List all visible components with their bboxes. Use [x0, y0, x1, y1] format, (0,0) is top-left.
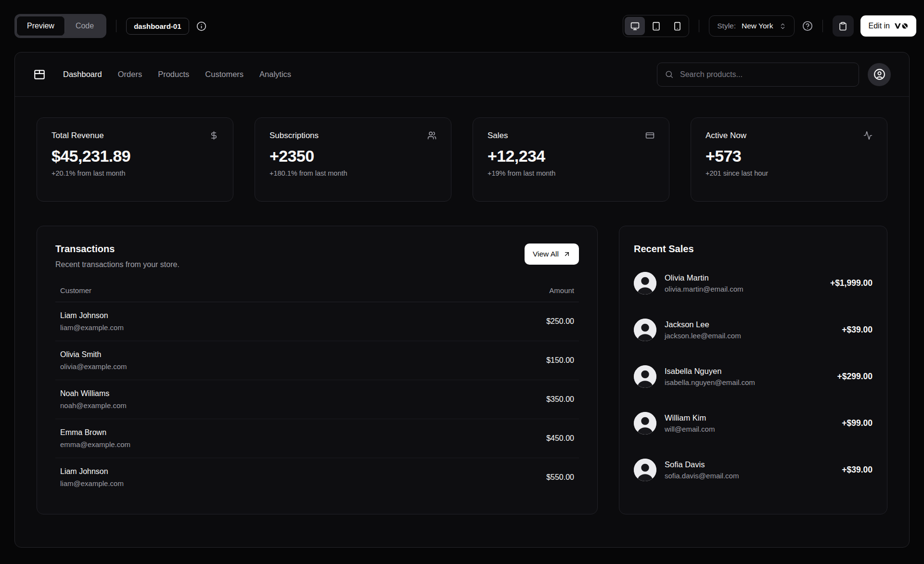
avatar [634, 272, 656, 295]
table-row: Liam Johnson liam@example.com $250.00 [55, 302, 579, 341]
avatar [634, 459, 656, 481]
sale-amount: +$39.00 [842, 465, 873, 475]
stat-cards: Total Revenue $45,231.89 +20.1% from las… [37, 117, 887, 202]
list-item: Jackson Lee jackson.lee@email.com +$39.0… [634, 319, 873, 341]
list-item: Isabella Nguyen isabella.nguyen@email.co… [634, 365, 873, 388]
sale-amount: +$299.00 [837, 372, 873, 382]
v0-logo [894, 23, 908, 29]
table-row: Olivia Smith olivia@example.com $150.00 [55, 341, 579, 380]
package-icon[interactable] [33, 68, 46, 81]
sale-amount: +$1,999.00 [830, 278, 873, 288]
edit-in-v0-button[interactable]: Edit in [860, 15, 916, 37]
bottom-row: Transactions Recent transactions from yo… [37, 226, 887, 514]
list-item: William Kim will@email.com +$99.00 [634, 412, 873, 435]
dollar-sign-icon [209, 131, 218, 140]
customer-email: olivia@example.com [60, 362, 127, 371]
transaction-amount: $350.00 [546, 395, 574, 404]
smartphone-toggle[interactable] [667, 17, 687, 35]
view-all-button[interactable]: View All [525, 244, 579, 265]
monitor-toggle[interactable] [625, 17, 645, 35]
stat-title: Subscriptions [270, 131, 319, 141]
customer-name: Emma Brown [60, 428, 130, 437]
view-mode-tabs: Preview Code [14, 14, 106, 38]
toolbar-divider [822, 20, 823, 32]
chevrons-up-down-icon [779, 23, 786, 30]
tablet-icon [652, 22, 661, 31]
customer-email: liam@example.com [60, 323, 124, 332]
nav-item-products[interactable]: Products [158, 70, 189, 79]
stat-value: +2350 [270, 147, 436, 166]
customer-name: Liam Johnson [60, 311, 124, 320]
arrow-up-right-icon [563, 250, 571, 258]
search-icon [665, 70, 674, 79]
search-field [657, 63, 859, 87]
transaction-amount: $550.00 [546, 473, 574, 482]
tablet-toggle[interactable] [646, 17, 666, 35]
customer-email: liam@example.com [60, 479, 124, 487]
recent-sales-card: Recent Sales Olivia Martin olivia.martin… [619, 226, 887, 514]
customer-name: Liam Johnson [60, 467, 124, 476]
edit-in-v0-label: Edit in [869, 22, 890, 30]
toolbar-divider [116, 20, 116, 32]
account-menu-button[interactable] [868, 63, 891, 86]
sale-name: Isabella Nguyen [665, 367, 755, 376]
sale-amount: +$39.00 [842, 325, 873, 335]
stat-change: +201 since last hour [706, 169, 873, 177]
device-size-toggles [623, 15, 689, 37]
help-icon[interactable] [802, 21, 813, 31]
transaction-amount: $450.00 [546, 434, 574, 443]
nav-item-orders[interactable]: Orders [118, 70, 142, 79]
sale-name: Sofia Davis [665, 460, 739, 469]
column-amount: Amount [549, 286, 574, 295]
stat-title: Active Now [706, 131, 746, 141]
search-input[interactable] [679, 70, 851, 79]
sale-name: Jackson Lee [665, 320, 741, 329]
stat-change: +20.1% from last month [51, 169, 218, 177]
transaction-amount: $250.00 [546, 317, 574, 326]
monitor-icon [630, 22, 640, 31]
tab-code[interactable]: Code [65, 16, 104, 36]
user-circle-icon [873, 68, 886, 80]
smartphone-icon [673, 22, 682, 31]
table-row: Liam Johnson liam@example.com $550.00 [55, 458, 579, 497]
nav-items: Dashboard Orders Products Customers Anal… [63, 70, 291, 79]
preview-toolbar: Preview Code dashboard-01 Style: New Yor… [0, 0, 924, 52]
info-icon[interactable] [196, 21, 206, 31]
users-icon [427, 131, 436, 140]
stat-title: Total Revenue [51, 131, 104, 141]
stat-value: +573 [706, 147, 873, 166]
style-value: New York [742, 22, 773, 30]
transactions-table: Customer Amount Liam Johnson liam@exampl… [55, 286, 579, 497]
customer-name: Olivia Smith [60, 350, 127, 359]
tab-preview[interactable]: Preview [16, 16, 65, 36]
recent-sales-title: Recent Sales [634, 244, 873, 255]
sale-email: jackson.lee@email.com [665, 332, 741, 340]
avatar [634, 319, 656, 341]
copy-code-button[interactable] [833, 15, 854, 37]
stat-value: +12,234 [488, 147, 654, 166]
recent-sales-list: Olivia Martin olivia.martin@email.com +$… [634, 272, 873, 481]
sale-email: isabella.nguyen@email.com [665, 378, 755, 386]
stat-card-sales: Sales +12,234 +19% from last month [473, 117, 669, 202]
stat-change: +19% from last month [488, 169, 654, 177]
sale-name: William Kim [665, 413, 715, 423]
style-selector[interactable]: Style: New York [709, 15, 794, 37]
block-name-badge: dashboard-01 [126, 18, 189, 35]
toolbar-divider [699, 20, 699, 32]
avatar [634, 412, 656, 435]
nav-item-analytics[interactable]: Analytics [259, 70, 291, 79]
credit-card-icon [645, 131, 654, 140]
stat-value: $45,231.89 [51, 147, 218, 166]
view-all-label: View All [533, 250, 559, 258]
avatar [634, 365, 656, 388]
table-row: Emma Brown emma@example.com $450.00 [55, 419, 579, 458]
stat-card-subscriptions: Subscriptions +2350 +180.1% from last mo… [255, 117, 451, 202]
nav-item-dashboard[interactable]: Dashboard [63, 70, 102, 79]
list-item: Olivia Martin olivia.martin@email.com +$… [634, 272, 873, 295]
nav-item-customers[interactable]: Customers [205, 70, 244, 79]
sale-email: sofia.davis@email.com [665, 472, 739, 480]
sale-name: Olivia Martin [665, 273, 744, 282]
clipboard-icon [838, 22, 847, 31]
transactions-title: Transactions [55, 244, 180, 255]
table-row: Noah Williams noah@example.com $350.00 [55, 380, 579, 419]
